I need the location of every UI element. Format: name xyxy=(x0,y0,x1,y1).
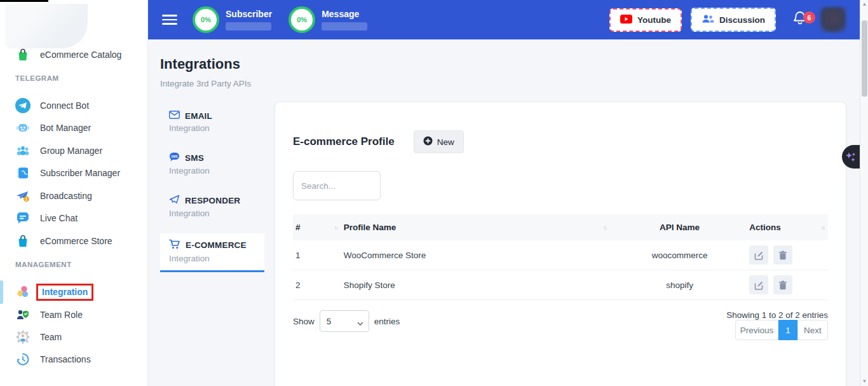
cell-actions xyxy=(749,245,828,265)
trash-icon xyxy=(778,251,787,260)
sidebar-item-team-role[interactable]: Team Role xyxy=(0,305,148,324)
column-header-actions[interactable]: Actions↑↓ xyxy=(749,223,828,232)
sort-icon[interactable]: ↑↓ xyxy=(821,224,828,231)
tab-subtitle: Integration xyxy=(169,254,255,263)
edit-button[interactable] xyxy=(749,275,768,294)
send-plane-icon xyxy=(169,195,180,206)
tab-subtitle: Integration xyxy=(169,123,255,133)
top-header-bar: 0% Subscriber 0% Message Youtube Discuss… xyxy=(148,0,860,39)
sidebar-item-broadcasting[interactable]: Broadcasting xyxy=(0,186,148,205)
page-1-button[interactable]: 1 xyxy=(778,320,797,340)
column-header-api-name[interactable]: API Name xyxy=(610,223,749,232)
sidebar-item-integration[interactable]: Integration xyxy=(0,282,148,301)
sidebar-item-group-manager[interactable]: Group Manager xyxy=(0,141,148,160)
telegram-icon xyxy=(15,97,31,114)
column-header-num[interactable]: #↑↓ xyxy=(293,223,341,232)
scrollbar-thumb[interactable] xyxy=(862,20,867,97)
sidebar-item-label: Subscriber Manager xyxy=(40,168,120,178)
sort-icon[interactable]: ↑↓ xyxy=(603,224,610,231)
sidebar-item-label: Integration xyxy=(42,287,88,297)
robot-icon xyxy=(15,120,31,136)
integration-subnav: EMAIL Integration SMS SMS Integration RE… xyxy=(160,107,264,284)
sidebar-item-subscriber-manager[interactable]: Subscriber Manager xyxy=(0,163,148,183)
previous-page-button[interactable]: Previous xyxy=(735,320,778,340)
users-icon xyxy=(702,14,714,25)
sidebar-item-label: Team xyxy=(40,332,62,342)
cell-profile-name: Shopify Store xyxy=(341,280,610,290)
edit-button[interactable] xyxy=(749,245,768,265)
message-stat-label: Message xyxy=(322,9,367,19)
delete-button[interactable] xyxy=(773,275,792,294)
sidebar-item-ecommerce-store[interactable]: eCommerce Store xyxy=(0,231,148,251)
tab-title: SMS xyxy=(185,153,204,163)
showing-entries-summary: Showing 1 to 2 of 2 entries xyxy=(726,310,828,320)
entries-select[interactable]: 5 xyxy=(320,310,369,332)
subscriber-stat-label: Subscriber xyxy=(226,9,272,19)
delete-button[interactable] xyxy=(773,245,792,265)
entries-label: entries xyxy=(374,317,400,326)
table-header-row: #↑↓ Profile Name↑↓ API Name Actions↑↓ xyxy=(293,214,828,240)
tab-subtitle: Integration xyxy=(169,166,255,176)
sidebar-section-telegram: TELEGRAM xyxy=(15,74,59,82)
discussion-button-label: Discussion xyxy=(719,15,765,25)
envelope-icon xyxy=(169,111,180,121)
sort-icon[interactable]: ↑↓ xyxy=(334,224,341,231)
column-header-profile-name[interactable]: Profile Name↑↓ xyxy=(341,223,610,232)
user-avatar[interactable] xyxy=(820,7,846,32)
scroll-up-arrow-icon[interactable]: ▲ xyxy=(860,0,868,9)
message-stat: 0% Message xyxy=(288,6,367,33)
logo-watermark xyxy=(5,4,88,48)
cell-num: 1 xyxy=(293,251,341,260)
paper-plane-alert-icon xyxy=(15,188,31,204)
table-row: 2 Shopify Store shopify xyxy=(293,270,828,300)
sidebar-item-label: eCommerce Catalog xyxy=(40,50,121,60)
sidebar-item-label: Team Role xyxy=(40,310,83,320)
sidebar-item-connect-bot[interactable]: Connect Bot xyxy=(0,96,148,115)
annotation-highlight-box: Integration xyxy=(36,284,93,301)
subscriber-skeleton-bar xyxy=(226,22,271,31)
profiles-table: #↑↓ Profile Name↑↓ API Name Actions↑↓ 1 … xyxy=(293,214,828,300)
tab-title: EMAIL xyxy=(185,111,212,121)
tab-ecommerce-integration[interactable]: E-COMMERCE Integration xyxy=(160,233,264,272)
sidebar-item-label: Broadcasting xyxy=(40,191,92,201)
sidebar-item-label: Group Manager xyxy=(40,146,102,156)
edit-icon xyxy=(754,251,764,260)
tab-title: E-COMMERCE xyxy=(186,240,247,250)
sidebar-item-transactions[interactable]: Transactions xyxy=(0,350,148,369)
tab-email-integration[interactable]: EMAIL Integration xyxy=(160,107,264,137)
sidebar-item-ecommerce-catalog[interactable]: eCommerce Catalog xyxy=(0,45,148,64)
subscriber-stat: 0% Subscriber xyxy=(193,6,272,33)
sidebar-item-team[interactable]: Team xyxy=(0,327,148,347)
discussion-button[interactable]: Discussion xyxy=(691,8,776,32)
youtube-button-label: Youtube xyxy=(637,15,671,25)
new-profile-button[interactable]: New xyxy=(414,130,464,153)
shopping-bag-green-icon xyxy=(15,46,31,63)
sidebar-section-management: MANAGEMENT xyxy=(15,261,72,268)
main-content: Integrations Integrate 3rd Party APIs EM… xyxy=(148,39,860,386)
sidebar-item-label: eCommerce Store xyxy=(40,236,112,246)
cell-profile-name: WooCommerce Store xyxy=(341,251,610,260)
history-clock-icon xyxy=(15,351,31,368)
youtube-button[interactable]: Youtube xyxy=(609,8,682,32)
sidebar: eCommerce Catalog TELEGRAM Connect Bot B… xyxy=(0,0,148,386)
hamburger-menu-icon[interactable] xyxy=(162,12,177,28)
notification-bell[interactable]: 6 xyxy=(792,10,808,29)
scroll-down-arrow-icon[interactable]: ▼ xyxy=(860,377,868,386)
gear-person-icon xyxy=(15,329,31,345)
sms-bubble-icon: SMS xyxy=(169,152,180,163)
sidebar-item-label: Connect Bot xyxy=(40,100,89,111)
contact-book-icon xyxy=(15,165,31,181)
search-input[interactable] xyxy=(293,171,381,200)
people-group-icon xyxy=(15,142,31,159)
tab-sms-integration[interactable]: SMS SMS Integration xyxy=(160,148,264,179)
message-skeleton-bar xyxy=(322,22,367,31)
youtube-icon xyxy=(620,15,632,25)
cart-icon xyxy=(169,239,180,251)
sidebar-item-bot-manager[interactable]: Bot Manager xyxy=(0,118,148,137)
tab-responder-integration[interactable]: RESPONDER Integration xyxy=(160,191,264,222)
chat-bubble-icon xyxy=(15,210,31,226)
page-scrollbar[interactable]: ▲ ▼ xyxy=(860,0,868,386)
sidebar-item-live-chat[interactable]: Live Chat xyxy=(0,209,148,228)
next-page-button[interactable]: Next xyxy=(797,320,828,340)
cell-actions xyxy=(749,275,828,294)
